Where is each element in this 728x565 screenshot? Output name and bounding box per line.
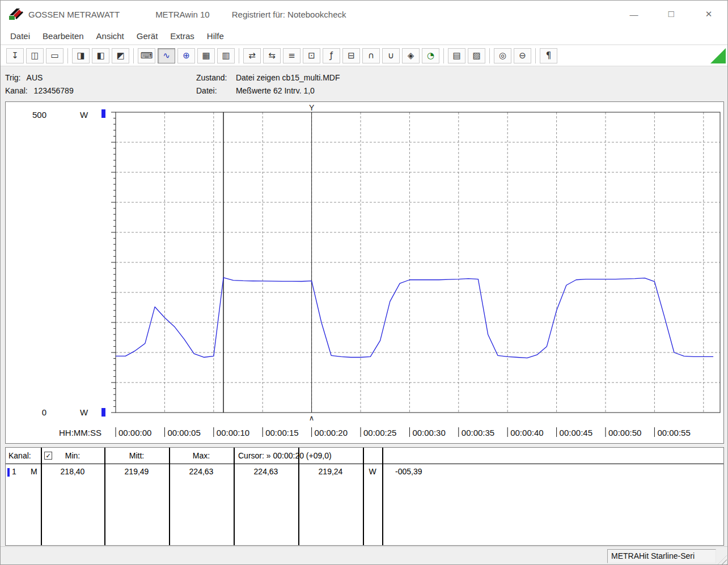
device-status-field: METRAHit Starline-Seri xyxy=(607,549,716,563)
menu-item-geraet[interactable]: Gerät xyxy=(130,31,164,41)
menu-item-bearbeiten[interactable]: Bearbeiten xyxy=(36,31,90,41)
numeric-display-view-icon[interactable]: ⌨ xyxy=(138,48,155,63)
toolbar-separator xyxy=(133,48,134,63)
resize-grip[interactable] xyxy=(717,555,727,565)
y-min-label: 0 xyxy=(42,407,46,417)
maximize-button[interactable]: □ xyxy=(653,1,690,28)
registered-to-text: Registriert für: Notebookcheck xyxy=(232,10,346,19)
x-tick-label: 00:00:45 xyxy=(560,428,592,437)
x-tick-label: 00:00:25 xyxy=(363,428,396,437)
device-config-icon[interactable]: ◩ xyxy=(112,48,129,63)
print-preview-icon[interactable]: ▤ xyxy=(448,48,465,63)
file-state-info: Zustand: Datei zeigen cb15_multi.MDF Dat… xyxy=(196,71,340,97)
x-axis-format-label: HH:MM:SS xyxy=(59,428,101,437)
kanal-value: 123456789 xyxy=(34,86,74,95)
connection-status-triangle xyxy=(710,48,726,63)
cell-cursor1-value: 224,63 xyxy=(234,467,298,476)
x-tick-label: 00:00:20 xyxy=(315,428,348,437)
xy-scope-view-icon[interactable]: ⊕ xyxy=(177,48,195,63)
menu-item-extras[interactable]: Extras xyxy=(164,31,201,41)
formula-icon[interactable]: ƒ xyxy=(323,48,340,63)
toolbar-separator xyxy=(67,48,68,63)
channel-setup-icon[interactable]: ≡ xyxy=(283,48,300,63)
menu-item-hilfe[interactable]: Hilfe xyxy=(201,31,230,41)
y-max-label: 500 xyxy=(32,110,46,120)
menu-bar: Datei Bearbeiten Ansicht Gerät Extras Hi… xyxy=(1,28,727,45)
y-unit-bottom-label: W xyxy=(80,407,88,417)
zoom-out-icon[interactable]: ⊖ xyxy=(514,48,531,63)
table-divider xyxy=(41,448,42,545)
cursor-marker-bottom[interactable]: ∧ xyxy=(309,414,315,422)
x-tick-label: 00:00:30 xyxy=(412,428,445,437)
datei-value: Meßwerte 62 Intrv. 1,0 xyxy=(236,86,315,95)
channel-range-marker-bottom xyxy=(101,408,105,417)
table-header-underline xyxy=(6,464,723,464)
chart-panel: 500 W 0 W HH:MM:SS Y∧00:00:0000:00:0500:… xyxy=(5,101,724,444)
x-tick-label: 00:00:15 xyxy=(265,428,298,437)
interval-timer-icon[interactable]: ◔ xyxy=(422,48,439,63)
brand-text: GOSSEN METRAWATT xyxy=(28,10,120,19)
power-curve xyxy=(116,278,713,358)
display-window-icon[interactable]: ⊟ xyxy=(342,48,360,63)
window-controls: — □ ✕ xyxy=(615,1,727,28)
col-header-cursor: Cursor: » 00:00:20 (+09,0) xyxy=(238,451,332,460)
channel-color-marker xyxy=(7,468,10,477)
cell-mode: M xyxy=(31,467,37,476)
print-icon[interactable]: ▨ xyxy=(468,48,485,63)
close-button[interactable]: ✕ xyxy=(690,1,727,28)
kanal-label: Kanal: xyxy=(5,86,28,95)
toolbar-separator xyxy=(239,48,239,63)
cursor-marker-top[interactable]: Y xyxy=(309,103,315,112)
colors-icon[interactable]: ◈ xyxy=(402,48,420,63)
device-connect-icon[interactable]: ◨ xyxy=(72,48,90,63)
table-divider xyxy=(382,448,383,545)
line-chart-view-icon[interactable]: ∿ xyxy=(158,48,175,63)
open-import-icon[interactable]: ↧ xyxy=(6,48,24,63)
table-divider xyxy=(234,448,235,545)
metrawin-window: GOSSEN METRAWATT METRAwin 10 Registriert… xyxy=(0,0,728,565)
max-curve-icon[interactable]: ∪ xyxy=(382,48,400,63)
toolbar-separator xyxy=(535,48,536,63)
save-icon[interactable]: ◫ xyxy=(26,48,44,63)
zoom-in-icon[interactable]: ◎ xyxy=(494,48,511,63)
table-divider xyxy=(169,448,170,545)
datei-label: Datei: xyxy=(196,84,234,97)
zustand-label: Zustand: xyxy=(196,71,234,84)
table-view-icon[interactable]: ▦ xyxy=(197,48,215,63)
menu-item-ansicht[interactable]: Ansicht xyxy=(90,31,130,41)
x-tick-label: 00:00:00 xyxy=(118,428,151,437)
import-device-data-icon[interactable]: ⇆ xyxy=(263,48,281,63)
annotation-icon[interactable]: ¶ xyxy=(540,48,557,63)
minimize-button[interactable]: — xyxy=(615,1,653,28)
power-chart[interactable]: 500 W 0 W HH:MM:SS Y∧00:00:0000:00:0500:… xyxy=(6,102,723,443)
trigger-channel-info: Trig: AUS Kanal: 123456789 xyxy=(5,71,74,97)
trig-label: Trig: xyxy=(5,73,20,82)
monitor-icon[interactable]: ⊡ xyxy=(303,48,320,63)
table-divider xyxy=(104,448,105,545)
gossen-metrawatt-logo-icon xyxy=(9,8,24,21)
x-tick-label: 00:00:10 xyxy=(217,428,249,437)
x-tick-label: 00:00:40 xyxy=(510,428,543,437)
col-header-max: Max: xyxy=(169,451,234,460)
channel-table: Kanal: ✓ Min: Mitt: Max: Cursor: » 00:00… xyxy=(5,447,724,546)
cell-cursor2-value: 219,24 xyxy=(298,467,363,476)
cell-channel: 1 xyxy=(12,467,16,476)
title-bar: GOSSEN METRAWATT METRAwin 10 Registriert… xyxy=(1,1,727,28)
cell-min: 218,40 xyxy=(41,467,104,476)
bar-graph-view-icon[interactable]: ▥ xyxy=(217,48,235,63)
cell-mitt: 219,49 xyxy=(104,467,169,476)
export-data-icon[interactable]: ⇄ xyxy=(243,48,261,63)
trig-value: AUS xyxy=(27,73,43,82)
menu-item-datei[interactable]: Datei xyxy=(4,31,36,41)
device-disconnect-icon[interactable]: ◧ xyxy=(92,48,109,63)
cell-max: 224,63 xyxy=(169,467,234,476)
x-tick-label: 00:00:05 xyxy=(167,428,200,437)
toolbar-separator xyxy=(443,48,444,63)
open-folder-icon[interactable]: ▭ xyxy=(46,48,64,63)
toolbar-separator xyxy=(489,48,490,63)
table-divider xyxy=(363,448,364,545)
x-tick-label: 00:00:50 xyxy=(608,428,641,437)
toolbar: ↧◫▭◨◧◩⌨∿⊕▦▥⇄⇆≡⊡ƒ⊟∩∪◈◔▤▨◎⊖¶ xyxy=(1,45,727,66)
table-divider xyxy=(298,448,299,545)
min-curve-icon[interactable]: ∩ xyxy=(362,48,380,63)
